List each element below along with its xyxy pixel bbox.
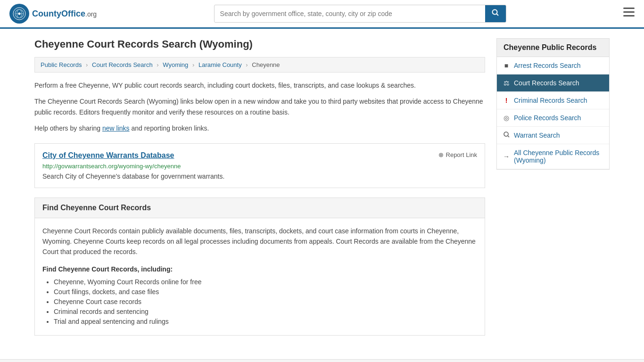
breadcrumb-public-records[interactable]: Public Records [41, 61, 82, 68]
link-card: City of Cheyenne Warrants Database ⊗ Rep… [34, 143, 485, 188]
square-icon: ■ [503, 62, 510, 69]
sidebar-item-label: Arrest Records Search [514, 62, 581, 69]
exclamation-icon: ! [503, 97, 510, 104]
list-item: Criminal records and sentencing [54, 308, 477, 315]
breadcrumb-wyoming[interactable]: Wyoming [163, 61, 188, 68]
svg-rect-8 [623, 11, 635, 13]
find-including-label: Find Cheyenne Court Records, including: [42, 264, 477, 274]
report-link[interactable]: ⊗ Report Link [438, 151, 477, 158]
description-1: Perform a free Cheyenne, WY public court… [34, 80, 485, 90]
report-icon: ⊗ [438, 151, 444, 158]
sidebar-item-label: Warrant Search [514, 132, 560, 139]
sidebar-item-label: Court Records Search [514, 79, 579, 87]
svg-rect-9 [623, 15, 635, 16]
svg-point-10 [504, 132, 508, 136]
breadcrumb-sep-3: › [192, 61, 194, 68]
find-section: Find Cheyenne Court Records Cheyenne Cou… [34, 197, 485, 336]
list-item: Cheyenne Court case records [54, 298, 477, 305]
sidebar-title: Cheyenne Public Records [496, 38, 610, 57]
link-card-title[interactable]: City of Cheyenne Warrants Database [42, 151, 174, 160]
logo-icon [9, 4, 29, 24]
description-3-prefix: Help others by sharing [34, 124, 102, 132]
description-3-suffix: and reporting broken links. [130, 124, 209, 132]
circle-icon: ◎ [503, 114, 510, 122]
find-section-list: Cheyenne, Wyoming Court Records online f… [42, 278, 477, 325]
breadcrumb-sep-2: › [157, 61, 158, 68]
arrow-icon: → [503, 153, 510, 160]
find-section-body: Cheyenne Court Records contain publicly … [35, 218, 485, 336]
sidebar-all-link[interactable]: → All Cheyenne Public Records (Wyoming) [497, 144, 609, 169]
list-item: Cheyenne, Wyoming Court Records online f… [54, 278, 477, 286]
court-icon: ⚖ [503, 79, 510, 87]
main-container: Cheyenne Court Records Search (Wyoming) … [25, 29, 619, 345]
breadcrumb: Public Records › Court Records Search › … [34, 57, 485, 73]
breadcrumb-cheyenne: Cheyenne [252, 61, 280, 68]
link-card-header: City of Cheyenne Warrants Database ⊗ Rep… [42, 151, 477, 160]
link-card-url[interactable]: http://govwarrantsearch.org/wyoming-wy/c… [42, 163, 477, 170]
svg-line-6 [496, 14, 498, 16]
breadcrumb-sep-1: › [86, 61, 88, 68]
page-title: Cheyenne Court Records Search (Wyoming) [34, 38, 485, 50]
sidebar-item-warrant-search[interactable]: Warrant Search [497, 127, 609, 144]
breadcrumb-court-records[interactable]: Court Records Search [92, 61, 153, 68]
search-icon [503, 132, 510, 139]
sidebar-item-label: Criminal Records Search [514, 97, 587, 104]
content-area: Cheyenne Court Records Search (Wyoming) … [34, 38, 485, 336]
new-links-link[interactable]: new links [102, 124, 130, 132]
sidebar-item-criminal-records[interactable]: ! Criminal Records Search [497, 92, 609, 109]
description-2: The Cheyenne Court Records Search (Wyomi… [34, 96, 485, 117]
header: CountyOffice.org [0, 0, 644, 29]
search-input[interactable] [215, 6, 485, 21]
description-3: Help others by sharing new links and rep… [34, 123, 485, 133]
search-bar [214, 5, 506, 23]
list-item: Trial and appeal sentencing and rulings [54, 318, 477, 325]
logo-text: CountyOffice.org [32, 9, 97, 19]
footer: About Us · Contact Us · Suggest Listing … [0, 359, 644, 362]
svg-rect-7 [623, 8, 635, 9]
svg-point-4 [18, 13, 21, 15]
report-label: Report Link [446, 151, 477, 158]
sidebar: Cheyenne Public Records ■ Arrest Records… [496, 38, 610, 336]
svg-point-5 [492, 10, 497, 15]
menu-icon[interactable] [623, 8, 635, 20]
search-button[interactable] [485, 5, 506, 22]
sidebar-list: ■ Arrest Records Search ⚖ Court Records … [496, 57, 610, 170]
link-card-desc: Search City of Cheyenne's database for g… [42, 173, 477, 180]
list-item: Court filings, dockets, and case files [54, 288, 477, 296]
breadcrumb-laramie[interactable]: Laramie County [198, 61, 242, 68]
sidebar-item-arrest-records[interactable]: ■ Arrest Records Search [497, 57, 609, 74]
find-section-body-text: Cheyenne Court Records contain publicly … [42, 226, 477, 257]
find-section-header: Find Cheyenne Court Records [35, 198, 485, 218]
sidebar-item-police-records[interactable]: ◎ Police Records Search [497, 109, 609, 127]
svg-line-11 [508, 136, 509, 137]
sidebar-item-court-records[interactable]: ⚖ Court Records Search [497, 74, 609, 92]
sidebar-item-label: Police Records Search [514, 114, 581, 122]
logo-area: CountyOffice.org [9, 4, 97, 24]
breadcrumb-sep-4: › [246, 61, 248, 68]
sidebar-all-link-label: All Cheyenne Public Records (Wyoming) [514, 149, 603, 164]
